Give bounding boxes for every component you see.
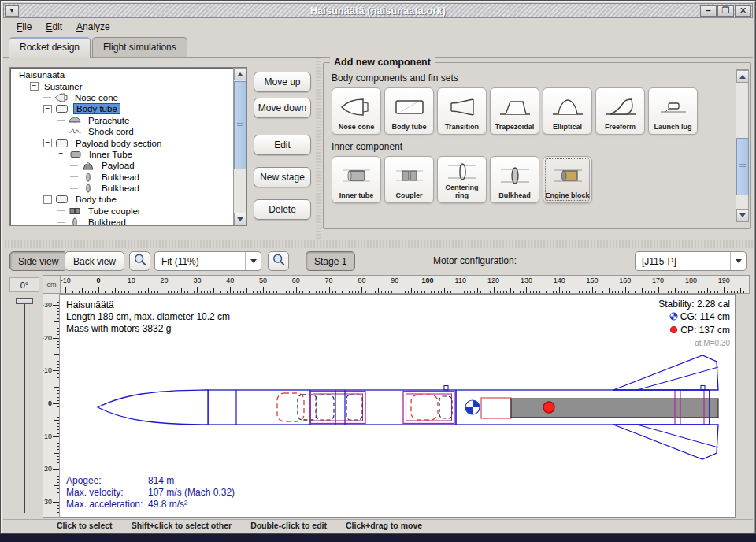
move-down-button[interactable]: Move down: [254, 98, 311, 118]
tree-item-label: Bulkhead: [86, 217, 128, 225]
launch-lug-icon: [656, 91, 691, 124]
zoom-level-select[interactable]: Fit (11%): [154, 251, 261, 271]
panel-scrollbar-thumb[interactable]: [736, 138, 749, 195]
magnifier-icon: [272, 253, 286, 270]
close-button[interactable]: ✕: [735, 5, 751, 17]
menu-edit[interactable]: Edit: [39, 20, 69, 34]
tree-item-body-tube[interactable]: −Body tube: [12, 194, 232, 205]
rocket-canvas[interactable]: HaisunäätäLength 189 cm, max. diameter 1…: [60, 294, 736, 518]
stage-1-toggle[interactable]: Stage 1: [306, 251, 355, 271]
component-button-centering-ring[interactable]: Centering ring: [437, 156, 487, 203]
stability-value: Stability: 2.28 cal: [658, 298, 730, 310]
tree-item-nose-cone[interactable]: Nose cone: [12, 92, 232, 103]
status-hint: Shift+click to select other: [132, 521, 232, 530]
expander-icon[interactable]: −: [57, 150, 65, 158]
tree-item-sustainer[interactable]: −Sustainer: [12, 80, 232, 91]
edit-button[interactable]: Edit: [254, 135, 311, 155]
tree-item-inner-tube[interactable]: −Inner Tube: [12, 149, 232, 160]
component-button-trapezoidal[interactable]: Trapezoidal: [490, 87, 539, 135]
nose-cone-icon: [54, 93, 69, 102]
rotation-slider-handle[interactable]: [16, 298, 33, 304]
mach-condition: at M=0.30: [658, 337, 730, 350]
tree-item-haisun-t-[interactable]: Haisunäätä: [12, 69, 232, 80]
component-panel-scrollbar[interactable]: [736, 69, 749, 222]
move-up-button[interactable]: Move up: [254, 72, 311, 92]
shock-cord-icon: [68, 127, 83, 136]
chevron-down-icon: [245, 252, 261, 270]
menu-analyze[interactable]: Analyze: [69, 20, 117, 34]
tree-scrollbar[interactable]: [233, 68, 246, 225]
tree-item-label: Body tube: [73, 103, 120, 114]
tree-item-shock-cord[interactable]: Shock cord: [12, 126, 232, 137]
scroll-down-icon[interactable]: [234, 213, 246, 225]
tree-item-bulkhead[interactable]: Bulkhead: [12, 172, 232, 183]
rocket-view-section: 0° cm -100102030405060708090100110120130…: [3, 274, 753, 519]
tree-item-label: Tube coupler: [86, 206, 143, 216]
expander-icon[interactable]: −: [43, 139, 52, 147]
delete-button[interactable]: Delete: [254, 199, 311, 220]
tree-item-label: Payload: [99, 161, 137, 170]
bulkhead-icon: [81, 173, 96, 182]
body-tube-icon: [392, 91, 427, 124]
freeform-fin-icon: [603, 91, 638, 124]
horizontal-splitter[interactable]: [3, 240, 753, 248]
tree-item-body-tube[interactable]: −Body tube: [12, 103, 232, 114]
zoom-in-button[interactable]: [268, 251, 289, 271]
component-button-nose-cone[interactable]: Nose cone: [332, 87, 381, 135]
vertical-ruler: -30-20-100102030: [43, 294, 60, 518]
status-bar: Click to selectShift+click to select oth…: [3, 519, 753, 531]
component-button-elliptical[interactable]: Elliptical: [543, 87, 592, 135]
title-bar[interactable]: ▼ Haisunäätä (haisunaata.ork) – ❐ ✕: [3, 3, 753, 18]
tree-item-tube-coupler[interactable]: Tube coupler: [12, 206, 232, 217]
tree-item-parachute[interactable]: Parachute: [12, 115, 232, 126]
scroll-up-icon[interactable]: [736, 70, 749, 83]
side-view-button[interactable]: Side view: [9, 251, 67, 271]
component-button-body-tube[interactable]: Body tube: [384, 87, 434, 135]
design-panel: Haisunäätä−SustainerNose cone−Body tubeP…: [3, 57, 753, 240]
tree-item-label: Payload body section: [73, 139, 164, 148]
expander-icon[interactable]: −: [43, 195, 52, 204]
tab-bar: Rocket designFlight simulations: [3, 35, 753, 57]
scroll-down-icon[interactable]: [736, 209, 749, 221]
tab-rocket-design[interactable]: Rocket design: [9, 37, 91, 58]
component-button-coupler[interactable]: Coupler: [384, 156, 434, 203]
bulkhead-icon: [68, 217, 83, 225]
bulkhead-icon: [498, 159, 532, 192]
menu-file[interactable]: File: [9, 20, 39, 34]
expander-icon[interactable]: −: [30, 82, 39, 91]
menu-bar: FileEditAnalyze: [3, 18, 753, 35]
back-view-button[interactable]: Back view: [65, 251, 124, 271]
ruler-unit-label: cm: [43, 276, 61, 293]
scroll-up-icon[interactable]: [234, 68, 246, 80]
tab-flight-simulations[interactable]: Flight simulations: [92, 37, 187, 58]
expander-icon[interactable]: −: [43, 105, 52, 113]
tree-scrollbar-thumb[interactable]: [234, 81, 246, 169]
component-button-launch-lug[interactable]: Launch lug: [648, 87, 698, 135]
bulkhead-icon: [81, 184, 96, 193]
component-button-freeform[interactable]: Freeform: [595, 87, 645, 135]
vertical-splitter[interactable]: [316, 58, 321, 240]
motor-configuration-select[interactable]: [J115-P]: [635, 251, 747, 271]
tree-item-label: Bulkhead: [99, 173, 142, 182]
payload-icon: [81, 161, 96, 170]
zoom-out-button[interactable]: [129, 251, 150, 271]
component-button-engine-block[interactable]: Engine block: [543, 156, 592, 203]
rotation-slider[interactable]: [24, 299, 25, 513]
tree-item-label: Shock cord: [86, 127, 136, 136]
component-button-transition[interactable]: Transition: [437, 87, 487, 135]
body-tube-icon: [55, 139, 70, 148]
tree-item-bulkhead[interactable]: Bulkhead: [12, 183, 232, 194]
tree-item-bulkhead[interactable]: Bulkhead: [12, 217, 232, 225]
chevron-down-icon: [730, 252, 746, 270]
tree-item-payload-body-section[interactable]: −Payload body section: [12, 137, 232, 148]
tree-item-label: Body tube: [73, 195, 119, 204]
transition-icon: [445, 91, 480, 124]
minimize-button[interactable]: –: [700, 5, 717, 17]
new-stage-button[interactable]: New stage: [254, 167, 311, 187]
component-button-bulkhead[interactable]: Bulkhead: [490, 156, 539, 203]
component-button-inner-tube[interactable]: Inner tube: [332, 156, 381, 203]
tree-item-payload[interactable]: Payload: [12, 160, 232, 171]
window-menu-icon[interactable]: ▼: [5, 5, 19, 17]
cg-icon: [669, 311, 678, 324]
maximize-button[interactable]: ❐: [717, 5, 734, 17]
